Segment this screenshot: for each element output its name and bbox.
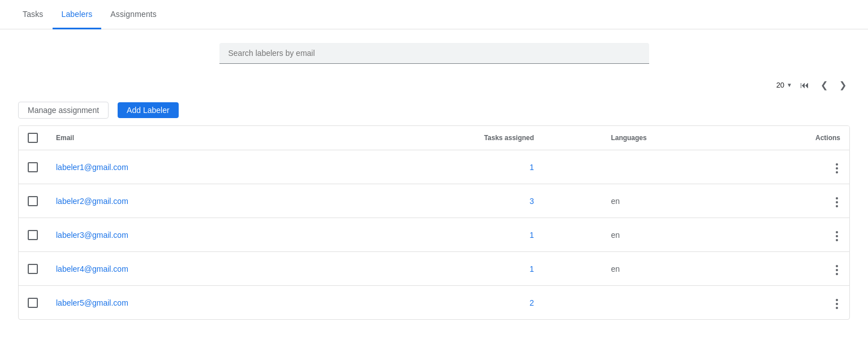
dot1	[836, 231, 838, 233]
row-tasks-0: 1	[278, 150, 602, 184]
dot1	[836, 299, 838, 301]
table-body: labeler1@gmail.com 1 labeler2@gmail.com …	[19, 150, 849, 320]
row-actions-2	[740, 218, 849, 252]
page-size-selector: 20 ▼	[776, 81, 792, 89]
pagination-row: 20 ▼ ⏮ ❮ ❯	[18, 77, 850, 93]
dot3	[836, 171, 838, 173]
toolbar: Manage assignment Add Labeler	[18, 102, 850, 119]
next-page-button[interactable]: ❯	[836, 77, 850, 93]
row-actions-3	[740, 252, 849, 286]
table-row: labeler5@gmail.com 2	[19, 286, 849, 320]
row-email-2: labeler3@gmail.com	[47, 218, 278, 252]
row-lang-3: en	[602, 252, 740, 286]
table-row: labeler1@gmail.com 1	[19, 150, 849, 184]
dot2	[836, 303, 838, 305]
row-more-icon-1[interactable]	[834, 195, 840, 210]
main-content: 20 ▼ ⏮ ❮ ❯ Manage assignment Add Labeler…	[0, 29, 868, 333]
row-more-icon-3[interactable]	[834, 263, 840, 277]
row-checkbox-cell	[19, 184, 47, 218]
dot3	[836, 205, 838, 207]
row-email-4: labeler5@gmail.com	[47, 286, 278, 320]
row-checkbox-3[interactable]	[28, 264, 38, 274]
row-actions-0	[740, 150, 849, 184]
row-checkbox-cell	[19, 218, 47, 252]
prev-page-button[interactable]: ❮	[817, 77, 831, 93]
page-size-dropdown-arrow[interactable]: ▼	[787, 82, 792, 88]
row-checkbox-cell	[19, 150, 47, 184]
table-row: labeler4@gmail.com 1 en	[19, 252, 849, 286]
dot1	[836, 265, 838, 267]
row-checkbox-cell	[19, 286, 47, 320]
dot3	[836, 239, 838, 241]
labelers-table-container: Email Tasks assigned Languages Actions l…	[18, 125, 850, 320]
search-input[interactable]	[219, 43, 649, 64]
tab-assignments[interactable]: Assignments	[101, 0, 166, 29]
dot3	[836, 273, 838, 275]
first-page-button[interactable]: ⏮	[797, 78, 813, 93]
manage-assignment-button[interactable]: Manage assignment	[18, 102, 109, 119]
row-email-0: labeler1@gmail.com	[47, 150, 278, 184]
search-container	[18, 43, 850, 64]
row-checkbox-1[interactable]	[28, 196, 38, 206]
dot2	[836, 235, 838, 237]
row-tasks-1: 3	[278, 184, 602, 218]
dot2	[836, 201, 838, 203]
row-more-icon-0[interactable]	[834, 161, 840, 176]
select-all-checkbox[interactable]	[28, 133, 38, 143]
row-tasks-4: 2	[278, 286, 602, 320]
table-row: labeler2@gmail.com 3 en	[19, 184, 849, 218]
dot1	[836, 163, 838, 166]
header-actions: Actions	[740, 126, 849, 150]
header-languages: Languages	[602, 126, 740, 150]
header-checkbox-cell	[19, 126, 47, 150]
row-checkbox-4[interactable]	[28, 298, 38, 308]
labelers-table: Email Tasks assigned Languages Actions l…	[19, 126, 849, 319]
row-checkbox-0[interactable]	[28, 162, 38, 172]
row-more-icon-2[interactable]	[834, 229, 840, 244]
dot2	[836, 269, 838, 271]
row-email-1: labeler2@gmail.com	[47, 184, 278, 218]
add-labeler-button[interactable]: Add Labeler	[118, 102, 179, 118]
row-tasks-2: 1	[278, 218, 602, 252]
row-lang-0	[602, 150, 740, 184]
tab-labelers[interactable]: Labelers	[53, 0, 102, 29]
dot1	[836, 197, 838, 199]
row-actions-1	[740, 184, 849, 218]
dot3	[836, 307, 838, 309]
tab-tasks[interactable]: Tasks	[14, 0, 53, 29]
tabs-bar: Tasks Labelers Assignments	[0, 0, 868, 29]
page-size-value: 20	[776, 81, 784, 89]
row-lang-1: en	[602, 184, 740, 218]
row-more-icon-4[interactable]	[834, 297, 840, 311]
row-checkbox-cell	[19, 252, 47, 286]
row-actions-4	[740, 286, 849, 320]
row-lang-2: en	[602, 218, 740, 252]
header-email: Email	[47, 126, 278, 150]
dot2	[836, 167, 838, 169]
row-email-3: labeler4@gmail.com	[47, 252, 278, 286]
search-wrapper	[219, 43, 649, 64]
row-checkbox-2[interactable]	[28, 230, 38, 240]
header-tasks: Tasks assigned	[278, 126, 602, 150]
row-tasks-3: 1	[278, 252, 602, 286]
row-lang-4	[602, 286, 740, 320]
table-header-row: Email Tasks assigned Languages Actions	[19, 126, 849, 150]
table-row: labeler3@gmail.com 1 en	[19, 218, 849, 252]
